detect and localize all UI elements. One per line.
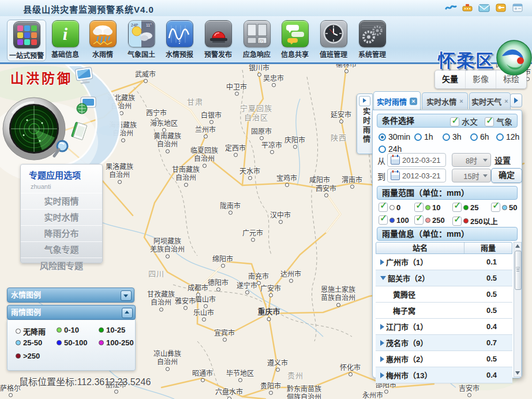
toolbar-button-alert-publish[interactable]: 预警发布 bbox=[199, 19, 237, 61]
range-option-10[interactable]: ✓10 bbox=[414, 203, 440, 212]
magnifier-icon bbox=[50, 139, 70, 158]
menu-item-rain-distribution[interactable]: 降雨分布 bbox=[21, 225, 102, 241]
range-option-over-250[interactable]: ✓250以上 bbox=[452, 215, 498, 226]
expand-water-legend-button[interactable] bbox=[121, 290, 132, 301]
collapse-row-icon[interactable] bbox=[380, 276, 386, 280]
toolbar-button-water-forecast[interactable]: 水情预报 bbox=[160, 19, 198, 61]
next-tab-button[interactable] bbox=[510, 94, 522, 107]
checkbox-checked-icon[interactable]: ✓ bbox=[414, 215, 424, 225]
table-row[interactable]: 茂名市（9）0.7 bbox=[376, 335, 512, 351]
toolbar-button-duty-management[interactable]: 值班管理 bbox=[314, 19, 353, 61]
interval-1h-radio[interactable]: 1h bbox=[414, 132, 433, 141]
card-icon[interactable] bbox=[511, 2, 524, 13]
collapsed-panel-tab[interactable]: 实时雨情 bbox=[357, 94, 373, 154]
checkbox-checked-icon[interactable]: ✓ bbox=[491, 203, 500, 212]
toolbar-button-rain-water[interactable]: 水雨情 bbox=[84, 19, 122, 61]
triangle-up-icon bbox=[515, 244, 520, 248]
mail-icon[interactable] bbox=[478, 2, 490, 13]
scroll-down-button[interactable] bbox=[515, 370, 520, 376]
dropdown-arrow-icon bbox=[483, 159, 488, 162]
interval-6h-radio[interactable]: 6h bbox=[470, 132, 489, 141]
chevron-right-icon bbox=[514, 98, 518, 103]
region-title: 怀柔区 bbox=[437, 46, 494, 72]
checkbox-checked-icon[interactable]: ✓ bbox=[485, 117, 494, 126]
view-button-vector[interactable]: 矢量 bbox=[435, 70, 465, 88]
filter-hydrology[interactable]: ✓ 水文 bbox=[450, 115, 478, 128]
expand-row-icon[interactable] bbox=[380, 372, 384, 378]
calendar-icon[interactable] bbox=[391, 171, 400, 180]
water-legend-header[interactable]: 水情图例 bbox=[7, 288, 134, 303]
rain-legend-header[interactable]: 雨情图例 bbox=[7, 305, 136, 320]
table-row[interactable]: 江门市（1）0.4 bbox=[376, 319, 512, 335]
from-hour-select[interactable]: 8时 bbox=[452, 153, 491, 167]
range-option-250[interactable]: ✓250 bbox=[414, 215, 445, 225]
checkbox-checked-icon[interactable]: ✓ bbox=[379, 215, 388, 225]
expand-row-icon[interactable] bbox=[380, 356, 384, 362]
topic-menu-subtitle: zhuanti bbox=[31, 183, 51, 190]
tab-realtime-weather[interactable]: 实时天气× bbox=[469, 92, 511, 109]
confirm-button[interactable]: 确定 bbox=[491, 168, 522, 183]
menu-item-weather-topic[interactable]: 气象专题 bbox=[21, 241, 102, 258]
range-option-100[interactable]: ✓100 bbox=[379, 215, 409, 225]
table-row[interactable]: 梅州市（13）0.4 bbox=[376, 367, 512, 383]
interval-24h-radio[interactable]: 24h bbox=[379, 144, 402, 154]
checkbox-checked-icon[interactable]: ✓ bbox=[414, 203, 424, 212]
from-label: 从 bbox=[377, 155, 385, 166]
checkbox-checked-icon[interactable]: ✓ bbox=[452, 217, 462, 226]
radio-icon bbox=[443, 133, 450, 141]
interval-3h-radio[interactable]: 3h bbox=[443, 132, 462, 141]
table-scrollbar[interactable] bbox=[514, 242, 522, 377]
table-row[interactable]: 惠州市（2）0.5 bbox=[376, 351, 512, 367]
from-date-field[interactable]: 2012-03-21 bbox=[387, 153, 446, 167]
topic-menu-title: 专题应用选项zhuanti bbox=[21, 165, 102, 193]
checkbox-checked-icon[interactable]: ✓ bbox=[379, 203, 388, 212]
range-dot bbox=[463, 205, 469, 210]
keybox-icon[interactable] bbox=[494, 2, 507, 13]
toolbar-button-info-share[interactable]: 信息共享 bbox=[276, 19, 314, 61]
interval-12h-radio[interactable]: 12h bbox=[496, 132, 519, 141]
toolbar-button-system-management[interactable]: 系统管理 bbox=[353, 19, 391, 61]
expand-row-icon[interactable] bbox=[380, 324, 384, 330]
to-date-field[interactable]: 2012-03-21 bbox=[387, 169, 446, 182]
checkbox-checked-icon[interactable]: ✓ bbox=[452, 203, 462, 212]
toolbar-button-emergency-response[interactable]: (?) 应急响应 bbox=[238, 19, 276, 61]
close-tab-icon[interactable]: × bbox=[504, 98, 508, 105]
range-dot bbox=[389, 205, 395, 210]
toolbar-button-label: 气象国土 bbox=[122, 49, 160, 59]
collapse-rain-legend-button[interactable] bbox=[122, 308, 133, 318]
expand-row-icon[interactable] bbox=[380, 259, 384, 265]
view-button-imagery[interactable]: 影像 bbox=[465, 70, 496, 88]
tab-realtime-water[interactable]: 实时水情× bbox=[422, 92, 468, 109]
checkbox-checked-icon[interactable]: ✓ bbox=[450, 117, 459, 126]
toolbar-button-weather-land[interactable]: 24P11° 气象国土 bbox=[122, 19, 160, 61]
table-row[interactable]: 广州市（1）0.1 bbox=[376, 254, 512, 270]
range-dot bbox=[425, 205, 430, 210]
toolbox-icon[interactable] bbox=[461, 2, 474, 13]
table-row[interactable]: 黄腾径0.5 bbox=[376, 286, 512, 303]
toolbar-button-onestop-alert[interactable]: 一站式预警 bbox=[7, 20, 46, 61]
menu-item-risk-map-topic[interactable]: 风险图专题 bbox=[21, 258, 102, 274]
scroll-up-button[interactable] bbox=[515, 243, 520, 249]
range-option-50[interactable]: ✓50 bbox=[491, 203, 517, 212]
expand-panel-button[interactable] bbox=[359, 96, 370, 106]
tab-realtime-rain[interactable]: 实时雨情× bbox=[373, 91, 421, 110]
toolbar-button-basic-info[interactable]: i 基础信息 bbox=[46, 19, 84, 61]
filter-weather[interactable]: ✓ 气象 bbox=[485, 115, 512, 128]
close-tab-icon[interactable]: × bbox=[459, 98, 463, 105]
interval-30min-radio[interactable]: 30min bbox=[379, 132, 410, 141]
toolbar-button-label: 基础信息 bbox=[46, 49, 84, 59]
close-tab-icon[interactable]: × bbox=[410, 98, 417, 105]
calendar-icon[interactable] bbox=[391, 156, 400, 165]
rain-legend-body: 无降雨 0-10 10-25 25-50 50-100 100-250 >250 bbox=[7, 320, 136, 371]
range-option-25[interactable]: ✓25 bbox=[452, 203, 478, 212]
menu-item-realtime-rain[interactable]: 实时雨情 bbox=[21, 193, 102, 209]
scrollbar-thumb[interactable] bbox=[515, 251, 522, 290]
settings-link[interactable]: 设置 bbox=[494, 154, 511, 166]
range-option-0[interactable]: ✓0 bbox=[379, 203, 400, 212]
table-row[interactable]: 韶关市（2）0.5 bbox=[376, 270, 512, 286]
menu-item-realtime-water[interactable]: 实时水情 bbox=[21, 209, 102, 225]
to-hour-select[interactable]: 15时 bbox=[452, 169, 491, 182]
expand-row-icon[interactable] bbox=[380, 340, 384, 346]
table-row[interactable]: 梅子窝0.5 bbox=[376, 303, 512, 319]
water-wave-icon[interactable] bbox=[444, 2, 457, 13]
